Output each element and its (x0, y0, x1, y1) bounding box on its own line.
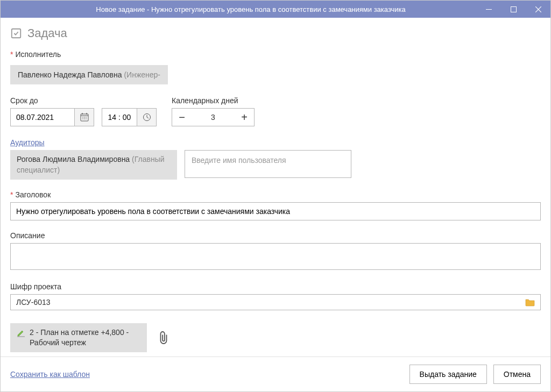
days-stepper: − 3 + (172, 108, 255, 126)
save-as-template-link[interactable]: Сохранить как шаблон (10, 370, 90, 379)
title-field: *Заголовок (10, 190, 541, 220)
project-field: Шифр проекта ЛСУ-6013 (10, 282, 541, 310)
calendar-icon (80, 113, 89, 122)
deadline-field: Срок до (10, 96, 157, 126)
assignee-label[interactable]: Исполнитель (15, 50, 61, 59)
auditors-label[interactable]: Аудиторы (10, 138, 541, 147)
required-marker: * (10, 190, 13, 199)
assignee-chip[interactable]: Павленко Надежда Павловна (Инженер- (10, 65, 168, 84)
dialog-footer: Сохранить как шаблон Выдать задание Отме… (1, 357, 550, 391)
deadline-date-input[interactable] (10, 108, 75, 126)
minimize-icon (486, 6, 492, 12)
project-label: Шифр проекта (10, 282, 541, 291)
svg-point-12 (82, 118, 83, 119)
paperclip-icon[interactable] (158, 331, 169, 345)
drawing-icon (17, 329, 25, 337)
auditors-field: Аудиторы Рогова Людмила Владимировна (Гл… (10, 138, 541, 180)
deadline-time-input[interactable] (102, 108, 137, 126)
svg-point-10 (84, 117, 85, 118)
page-title: Задача (27, 26, 67, 40)
clock-button[interactable] (137, 108, 157, 126)
window-title: Новое задание - Нужно отрегулировать уро… (25, 5, 476, 13)
minimize-button[interactable] (476, 1, 501, 18)
assignee-field: *Исполнитель Павленко Надежда Павловна (… (10, 50, 541, 84)
days-decrement-button[interactable]: − (172, 109, 192, 126)
svg-rect-4 (12, 29, 21, 38)
clock-icon (143, 113, 151, 122)
svg-rect-1 (511, 6, 516, 12)
close-button[interactable] (526, 1, 550, 18)
days-increment-button[interactable]: + (235, 109, 254, 126)
calendar-button[interactable] (75, 108, 94, 126)
attachment-label: 2 - План на отметке +4,800 - Рабочий чер… (30, 327, 140, 348)
svg-point-14 (86, 118, 87, 119)
project-value[interactable]: ЛСУ-6013 (16, 298, 525, 307)
attachment-chip[interactable]: 2 - План на отметке +4,800 - Рабочий чер… (10, 323, 147, 352)
description-label: Описание (10, 231, 541, 240)
cancel-button[interactable]: Отмена (493, 365, 541, 384)
svg-point-11 (86, 117, 87, 118)
attachments-section: 2 - План на отметке +4,800 - Рабочий чер… (10, 323, 541, 352)
days-value[interactable]: 3 (192, 109, 235, 126)
assignee-name: Павленко Надежда Павловна (18, 70, 122, 79)
auditor-add-input[interactable]: Введите имя пользователя (185, 150, 351, 178)
submit-button[interactable]: Выдать задание (409, 365, 487, 384)
svg-point-9 (82, 117, 83, 118)
folder-icon[interactable] (525, 298, 535, 307)
title-label: Заголовок (15, 190, 51, 199)
description-field: Описание (10, 231, 541, 272)
required-marker: * (10, 50, 13, 59)
svg-line-17 (147, 117, 149, 118)
deadline-label: Срок до (10, 96, 157, 105)
page-header: Задача (10, 26, 541, 40)
auditor-chip[interactable]: Рогова Людмила Владимировна (Главный спе… (10, 150, 177, 180)
svg-point-13 (84, 118, 85, 119)
close-icon (535, 6, 541, 12)
description-input[interactable] (10, 243, 541, 270)
days-label: Календарных дней (172, 96, 255, 105)
days-field: Календарных дней − 3 + (172, 96, 255, 126)
titlebar: Новое задание - Нужно отрегулировать уро… (1, 1, 550, 18)
task-dialog-window: Новое задание - Нужно отрегулировать уро… (0, 0, 551, 392)
title-input[interactable] (10, 202, 541, 220)
task-icon (10, 27, 22, 39)
auditor-name: Рогова Людмила Владимировна (17, 155, 130, 163)
assignee-role: (Инженер- (124, 70, 160, 79)
maximize-icon (511, 6, 517, 12)
maximize-button[interactable] (501, 1, 526, 18)
